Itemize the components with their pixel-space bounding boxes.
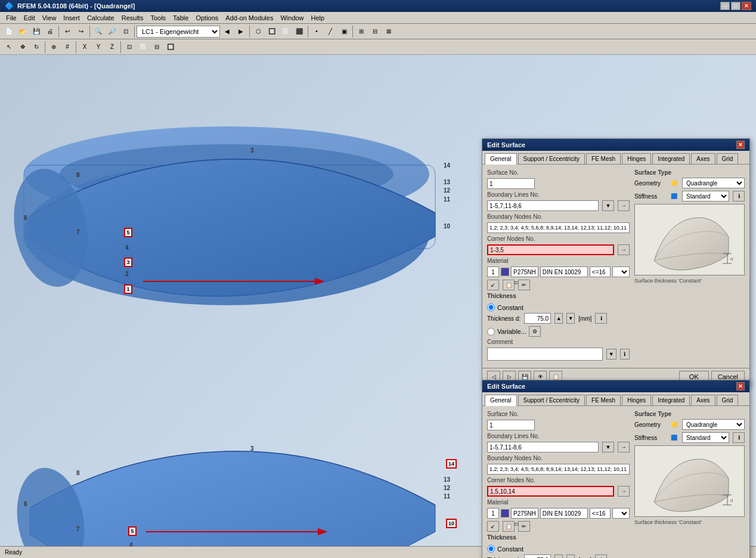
menu-options[interactable]: Options — [192, 13, 222, 23]
tab-fe-2[interactable]: FE Mesh — [586, 395, 621, 405]
surface-no-input-2[interactable] — [487, 420, 535, 430]
tab-axes-1[interactable]: Axes — [691, 153, 715, 164]
menu-addon[interactable]: Add-on Modules — [222, 13, 277, 23]
thickness-down-1[interactable]: ▼ — [566, 313, 575, 324]
comment-info-1[interactable]: ℹ — [620, 349, 630, 359]
surface-no-input-1[interactable] — [487, 178, 535, 189]
tb2-axis-z[interactable]: Z — [106, 41, 119, 54]
thickness-value-input-2[interactable] — [524, 554, 551, 558]
boundary-nodes-input-1[interactable] — [487, 222, 630, 233]
tab-hinges-2[interactable]: Hinges — [622, 395, 651, 405]
tab-hinges-1[interactable]: Hinges — [622, 153, 651, 164]
tb2-grid[interactable]: # — [61, 41, 74, 54]
close-btn[interactable]: ✕ — [742, 2, 751, 10]
geometry-select-1[interactable]: Quadrangle — [682, 178, 745, 188]
tb2-view-side[interactable]: ⬜ — [137, 41, 150, 54]
tb-more2[interactable]: ⊟ — [368, 25, 382, 38]
tb-redo[interactable]: ↪ — [75, 25, 88, 38]
tb-open[interactable]: 📂 — [16, 25, 29, 38]
tb-zoom-out[interactable]: 🔎 — [106, 25, 119, 38]
tb-save[interactable]: 💾 — [30, 25, 43, 38]
tb-surface[interactable]: ▣ — [337, 25, 351, 38]
boundary-lines-input-2[interactable] — [487, 442, 599, 452]
thickness-down-2[interactable]: ▼ — [566, 554, 575, 558]
variable-radio-1[interactable] — [487, 328, 495, 336]
mat-btn1-1[interactable]: ↙ — [487, 280, 499, 290]
tb-zoom-in[interactable]: 🔍 — [92, 25, 105, 38]
boundary-lines-input-1[interactable] — [487, 200, 599, 211]
tb-print[interactable]: 🖨 — [44, 25, 57, 38]
tab-general-2[interactable]: General — [485, 395, 517, 406]
thickness-constant-radio-2[interactable] — [487, 545, 495, 553]
tb-new[interactable]: 📄 — [2, 25, 16, 38]
menu-table[interactable]: Table — [169, 13, 192, 23]
tb-3d[interactable]: 🔲 — [265, 25, 278, 38]
tb-wire[interactable]: ⬜ — [279, 25, 292, 38]
boundary-lines-btn2-1[interactable]: → — [618, 200, 630, 211]
stiffness-info-1[interactable]: ℹ — [733, 191, 745, 202]
tab-support-1[interactable]: Support / Eccentricity — [518, 153, 585, 164]
menu-file[interactable]: File — [2, 13, 20, 23]
mat-btn1-2[interactable]: ↙ — [487, 521, 499, 532]
mat-btn2-1[interactable]: 📋 — [503, 280, 515, 290]
tb2-axis-x[interactable]: X — [78, 41, 91, 54]
thickness-constant-radio-1[interactable] — [487, 303, 495, 311]
menu-view[interactable]: View — [39, 13, 60, 23]
tab-general-1[interactable]: General — [485, 153, 517, 165]
mat-select-2[interactable] — [612, 508, 630, 519]
comment-input-1[interactable] — [487, 348, 603, 361]
thickness-info-2[interactable]: ℹ — [595, 554, 607, 558]
thickness-value-input-1[interactable] — [524, 313, 551, 324]
menu-help[interactable]: Help — [308, 13, 329, 23]
tb-more3[interactable]: ⊠ — [382, 25, 395, 38]
minimize-btn[interactable]: ─ — [720, 2, 730, 10]
tb-zoom-fit[interactable]: ⊡ — [119, 25, 132, 38]
boundary-nodes-input-2[interactable] — [487, 464, 630, 475]
tb2-rotate[interactable]: ↻ — [30, 41, 43, 54]
tb-next[interactable]: ▶ — [234, 25, 247, 38]
menu-window[interactable]: Window — [277, 13, 307, 23]
maximize-btn[interactable]: □ — [731, 2, 740, 10]
tb2-view-3d[interactable]: 🔲 — [164, 41, 177, 54]
menu-results[interactable]: Results — [118, 13, 147, 23]
tb-line[interactable]: ╱ — [324, 25, 337, 38]
tab-grid-2[interactable]: Grid — [717, 395, 739, 405]
tb2-snap[interactable]: ⊕ — [47, 41, 60, 54]
tab-integrated-1[interactable]: Integrated — [652, 153, 690, 164]
load-case-dropdown[interactable]: LC1 - Eigengewicht — [137, 26, 220, 38]
tb2-axis-y[interactable]: Y — [92, 41, 105, 54]
stiffness-info-2[interactable]: ℹ — [733, 432, 745, 443]
tab-support-2[interactable]: Support / Eccentricity — [518, 395, 585, 405]
menu-edit[interactable]: Edit — [20, 13, 39, 23]
geometry-select-2[interactable]: Quadrangle — [682, 419, 745, 430]
mat-btn2-2[interactable]: 📋 — [503, 521, 515, 532]
tab-axes-2[interactable]: Axes — [691, 395, 715, 405]
menu-tools[interactable]: Tools — [147, 13, 169, 23]
thickness-info-1[interactable]: ℹ — [595, 313, 607, 324]
tb-node[interactable]: • — [310, 25, 323, 38]
boundary-lines-btn1-1[interactable]: ▼ — [602, 200, 614, 211]
boundary-lines-btn2-2[interactable]: → — [618, 442, 630, 452]
boundary-lines-btn1-2[interactable]: ▼ — [602, 442, 614, 452]
stiffness-select-2[interactable]: Standard — [682, 432, 729, 443]
tb2-view-top[interactable]: ⊟ — [150, 41, 163, 54]
tb-solid[interactable]: ⬛ — [293, 25, 306, 38]
tb2-view-front[interactable]: ⊡ — [123, 41, 136, 54]
thickness-up-2[interactable]: ▲ — [554, 554, 563, 558]
tb2-select[interactable]: ↖ — [2, 41, 16, 54]
corner-nodes-btn-2[interactable]: → — [618, 486, 630, 497]
mat-select-1[interactable] — [612, 266, 630, 277]
tb-more1[interactable]: ⊞ — [355, 25, 368, 38]
tab-fe-1[interactable]: FE Mesh — [586, 153, 621, 164]
dialog-1-close-btn[interactable]: ✕ — [736, 141, 745, 149]
comment-btn-1[interactable]: ▼ — [606, 349, 616, 359]
menu-calculate[interactable]: Calculate — [83, 13, 118, 23]
variable-btn-1[interactable]: ⚙ — [529, 326, 541, 337]
tb-prev[interactable]: ◀ — [221, 25, 234, 38]
menu-insert[interactable]: Insert — [60, 13, 83, 23]
tab-grid-1[interactable]: Grid — [717, 153, 739, 164]
tb2-move[interactable]: ✥ — [16, 41, 29, 54]
stiffness-select-1[interactable]: Standard — [682, 191, 729, 202]
corner-nodes-input-1[interactable] — [487, 244, 614, 255]
dialog-2-close-btn[interactable]: ✕ — [736, 382, 745, 390]
